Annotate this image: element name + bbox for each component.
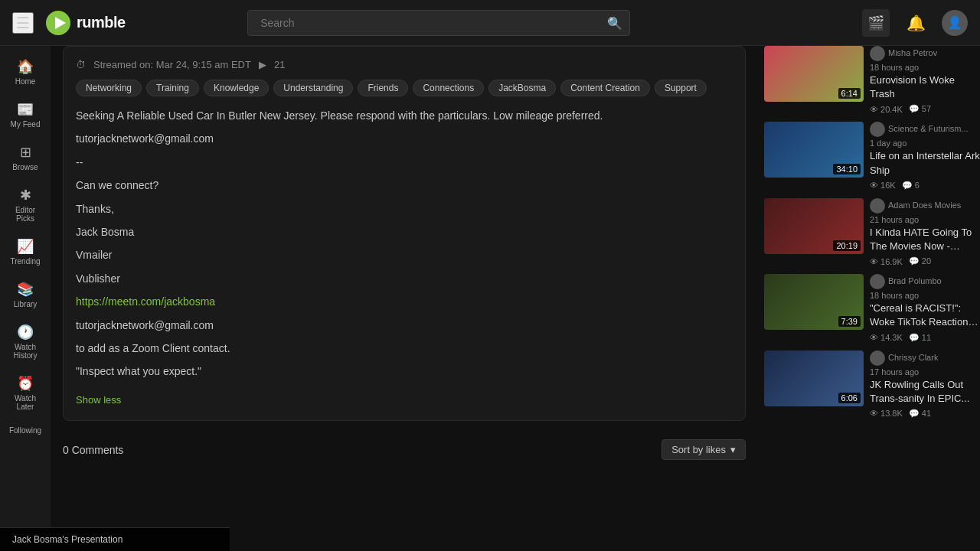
video-stats: 👁 16K 💬 6 xyxy=(870,181,980,191)
upload-button[interactable]: 🎬 xyxy=(862,9,890,37)
comments-icon: 💬 6 xyxy=(902,181,920,191)
streamed-label: Streamed on: Mar 24, 9:15 am EDT xyxy=(93,59,251,70)
sidebar-label-library: Library xyxy=(14,300,38,308)
desc-line1: Seeking A Reliable Used Car In Butler Ne… xyxy=(76,107,733,124)
sidebar-label-later: Watch Later xyxy=(6,394,44,411)
tag-item[interactable]: Connections xyxy=(413,80,484,96)
tag-item[interactable]: Support xyxy=(655,80,707,96)
video-card[interactable]: 7:39 Brad Polumbo 18 hours ago "Cereal i… xyxy=(764,274,980,342)
video-time-ago: 17 hours ago xyxy=(870,367,980,377)
sidebar-item-browse[interactable]: ⊞ Browse xyxy=(3,138,47,178)
video-card[interactable]: 6:14 Misha Petrov 18 hours ago Eurovisio… xyxy=(764,46,980,114)
desc-email-1: tutorjacknetwork@gmail.com xyxy=(76,130,733,147)
logo[interactable]: rumble xyxy=(46,11,126,35)
search-input[interactable] xyxy=(247,10,630,36)
video-stats: 👁 14.3K 💬 11 xyxy=(870,333,980,343)
comments-section: 0 Comments Sort by likes ▾ xyxy=(63,433,746,466)
video-title: Eurovision Is Woke Trash xyxy=(870,73,980,101)
trending-icon: 📈 xyxy=(17,238,34,255)
video-info: Science & Futurism... 1 day ago Life on … xyxy=(870,122,980,190)
desc-link[interactable]: https://meetn.com/jackbosma xyxy=(76,295,215,308)
description-text: Seeking A Reliable Used Car In Butler Ne… xyxy=(76,107,733,408)
video-thumbnail: 34:10 xyxy=(764,122,864,178)
sidebar-item-history[interactable]: 🕐 Watch History xyxy=(3,318,47,366)
notifications-button[interactable]: 🔔 xyxy=(902,9,929,37)
video-info: Adam Does Movies 21 hours ago I Kinda HA… xyxy=(870,198,980,266)
video-duration: 6:06 xyxy=(838,393,861,403)
comments-icon: 💬 57 xyxy=(909,104,931,114)
sidebar-item-later[interactable]: ⏰ Watch Later xyxy=(3,369,47,417)
sidebar-item-home[interactable]: 🏠 Home xyxy=(3,52,47,92)
description-box: ⏱ Streamed on: Mar 24, 9:15 am EDT ▶ 21 … xyxy=(63,46,746,421)
feed-icon: 📰 xyxy=(17,101,34,118)
channel-avatar xyxy=(870,274,885,289)
comments-icon: 💬 11 xyxy=(909,333,931,343)
comments-icon: 💬 20 xyxy=(909,256,931,266)
sidebar-item-editor[interactable]: ✱ Editor Picks xyxy=(3,181,47,229)
desc-connect: Can we connect? xyxy=(76,177,733,194)
bottom-bar: Jack Bosma's Presentation xyxy=(0,527,230,551)
topnav: ☰ rumble 🔍 🎬 🔔 👤 xyxy=(0,0,980,46)
video-title: "Cereal is RACIST!": Woke TikTok Reactio… xyxy=(870,302,980,329)
view-count: 21 xyxy=(274,59,285,70)
sidebar-label-browse: Browse xyxy=(12,163,38,171)
main-layout: 🏠 Home 📰 My Feed ⊞ Browse ✱ Editor Picks… xyxy=(0,46,980,551)
show-less-button[interactable]: Show less xyxy=(76,393,121,409)
tag-item[interactable]: Training xyxy=(146,80,199,96)
sidebar-item-trending[interactable]: 📈 Trending xyxy=(3,232,47,272)
video-time-ago: 21 hours ago xyxy=(870,215,980,224)
tag-item[interactable]: Knowledge xyxy=(204,80,269,96)
upload-icon: 🎬 xyxy=(867,15,884,31)
sidebar-item-following[interactable]: Following xyxy=(3,420,47,441)
video-channel: Misha Petrov xyxy=(870,46,980,61)
video-duration: 6:14 xyxy=(838,88,861,99)
sidebar: 🏠 Home 📰 My Feed ⊞ Browse ✱ Editor Picks… xyxy=(0,46,51,551)
desc-separator: -- xyxy=(76,154,733,171)
desc-name: Jack Bosma xyxy=(76,223,733,240)
video-card[interactable]: 6:06 Chrissy Clark 17 hours ago JK Rowli… xyxy=(764,350,980,419)
history-icon: 🕐 xyxy=(17,324,34,341)
tag-item[interactable]: Networking xyxy=(76,80,142,96)
comments-icon: 💬 41 xyxy=(909,409,931,419)
tag-item[interactable]: JackBosma xyxy=(488,80,556,96)
video-duration: 20:19 xyxy=(833,240,861,251)
sort-label: Sort by likes xyxy=(671,444,726,455)
desc-email-2: tutorjacknetwork@gmail.com xyxy=(76,317,733,334)
sidebar-item-library[interactable]: 📚 Library xyxy=(3,275,47,315)
tag-item[interactable]: Content Creation xyxy=(560,80,650,96)
search-bar: 🔍 xyxy=(247,10,630,36)
views-icon: 👁 20.4K xyxy=(870,105,903,114)
separator-dot: ▶ xyxy=(259,59,266,70)
tags-list: NetworkingTrainingKnowledgeUnderstanding… xyxy=(76,80,733,96)
sidebar-item-feed[interactable]: 📰 My Feed xyxy=(3,95,47,135)
video-thumbnail: 6:06 xyxy=(764,350,864,406)
channel-avatar xyxy=(870,122,885,137)
video-card[interactable]: 20:19 Adam Does Movies 21 hours ago I Ki… xyxy=(764,198,980,266)
user-avatar[interactable]: 👤 xyxy=(942,10,968,36)
video-stats: 👁 20.4K 💬 57 xyxy=(870,104,980,114)
search-submit-button[interactable]: 🔍 xyxy=(607,15,622,30)
home-icon: 🏠 xyxy=(17,58,34,75)
channel-avatar xyxy=(870,46,885,61)
video-title: JK Rowling Calls Out Trans-sanity In EPI… xyxy=(870,378,980,406)
video-card[interactable]: 34:10 Science & Futurism... 1 day ago Li… xyxy=(764,122,980,190)
video-title: I Kinda HATE Going To The Movies Now - R… xyxy=(870,226,980,253)
video-channel: Chrissy Clark xyxy=(870,350,980,366)
video-stats: 👁 16.9K 💬 20 xyxy=(870,256,980,266)
bottom-bar-text: Jack Bosma's Presentation xyxy=(12,534,122,545)
views-icon: 👁 16.9K xyxy=(870,257,903,266)
sort-button[interactable]: Sort by likes ▾ xyxy=(662,439,746,460)
avatar-icon: 👤 xyxy=(947,15,962,30)
bell-icon: 🔔 xyxy=(906,14,926,32)
desc-thanks: Thanks, xyxy=(76,201,733,217)
video-time-ago: 1 day ago xyxy=(870,139,980,148)
video-thumbnail: 20:19 xyxy=(764,198,864,254)
tag-item[interactable]: Friends xyxy=(358,80,408,96)
hamburger-button[interactable]: ☰ xyxy=(12,12,34,34)
desc-quote: "Inspect what you expect." xyxy=(76,363,733,380)
video-time-ago: 18 hours ago xyxy=(870,291,980,300)
tag-item[interactable]: Understanding xyxy=(273,80,353,96)
sidebar-label-editor: Editor Picks xyxy=(6,206,44,223)
video-thumbnail: 7:39 xyxy=(764,274,864,330)
clock-icon: ⏱ xyxy=(76,59,86,70)
